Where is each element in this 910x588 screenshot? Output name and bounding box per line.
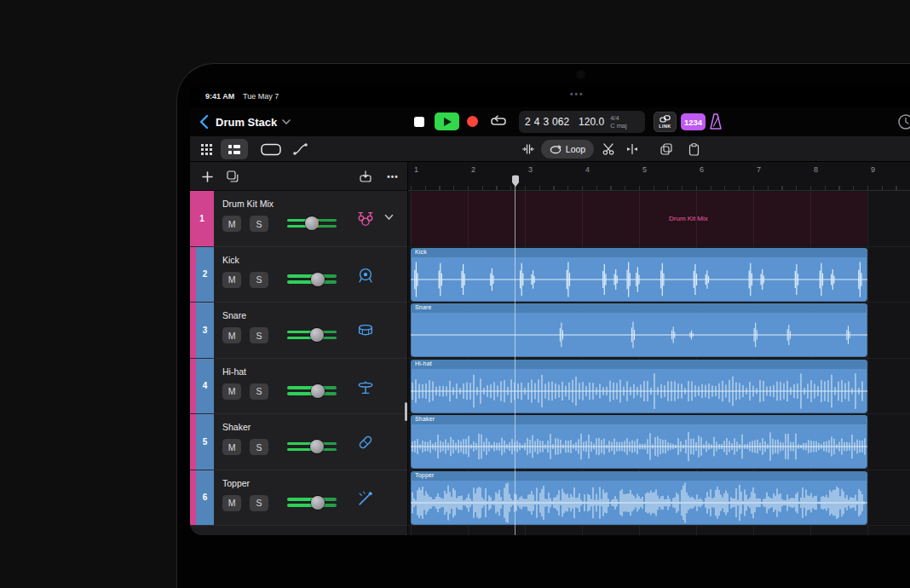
track-number-tab[interactable]: 5 — [190, 414, 214, 470]
volume-knob[interactable] — [311, 273, 325, 286]
track-row[interactable]: 6 Topper M S — [190, 470, 407, 527]
track-row[interactable]: 5 Shaker M S — [190, 414, 407, 470]
bar-ruler[interactable]: 1 2 3 4 5 6 7 8 9 — [408, 162, 910, 191]
mute-button[interactable]: M — [222, 272, 241, 288]
snare-drum-icon[interactable] — [356, 321, 375, 340]
region-icon — [261, 143, 281, 156]
paste-button[interactable] — [682, 139, 705, 159]
track-number-tab[interactable]: 6 — [190, 470, 214, 526]
lcd-bar: 2 — [525, 116, 531, 128]
more-button[interactable]: ••• — [381, 166, 405, 187]
track-stack-button[interactable] — [222, 166, 243, 187]
playhead[interactable] — [515, 176, 515, 535]
track-row[interactable]: 4 Hi-hat M S — [190, 359, 407, 415]
loop-icon — [550, 145, 562, 154]
count-in-button[interactable]: 1234 — [681, 113, 706, 130]
track-name: Shaker — [222, 422, 251, 432]
audio-region[interactable]: Hi-hat — [411, 360, 867, 413]
volume-slider[interactable] — [287, 273, 337, 286]
volume-slider[interactable] — [287, 328, 337, 342]
audio-region[interactable]: Kick — [411, 248, 867, 302]
copy-button[interactable] — [655, 139, 677, 159]
volume-slider[interactable] — [287, 216, 337, 230]
shaker-icon[interactable] — [356, 433, 375, 452]
track-name: Kick — [222, 255, 239, 265]
volume-slider[interactable] — [287, 440, 337, 453]
audio-region[interactable]: Topper — [411, 471, 867, 525]
track-lane: Shaker — [408, 414, 910, 470]
mute-button[interactable]: M — [222, 439, 241, 455]
bar-number: 6 — [700, 165, 704, 174]
join-regions-button[interactable] — [517, 139, 539, 159]
volume-knob[interactable] — [310, 328, 324, 342]
hi-hat-icon[interactable] — [356, 378, 375, 396]
waveform — [411, 424, 867, 469]
mute-button[interactable]: M — [222, 383, 241, 400]
stop-button[interactable] — [414, 117, 424, 127]
playhead-handle[interactable] — [511, 175, 520, 187]
chevron-left-icon — [201, 116, 207, 128]
cycle-button[interactable] — [490, 115, 507, 129]
track-lane: Hi-hat — [408, 359, 910, 415]
drum-kit-icon[interactable] — [356, 210, 375, 228]
play-button[interactable] — [435, 112, 459, 130]
back-button[interactable] — [197, 113, 214, 130]
track-number-tab[interactable]: 2 — [190, 247, 214, 303]
audio-region[interactable]: Snare — [411, 303, 867, 357]
bar-number: 5 — [642, 165, 647, 174]
record-button[interactable] — [467, 116, 478, 127]
track-number-tab[interactable]: 4 — [190, 359, 214, 414]
lcd-tempo: 120.0 — [579, 116, 604, 128]
panel-resize-handle[interactable] — [405, 402, 407, 421]
plus-icon — [202, 171, 213, 182]
bar-number: 3 — [528, 165, 533, 174]
solo-button[interactable]: S — [250, 495, 268, 511]
audio-region[interactable]: Shaker — [411, 415, 867, 469]
project-settings-button[interactable] — [897, 113, 910, 130]
chevron-down-icon — [384, 214, 394, 221]
page-title: Drum Stack — [216, 116, 277, 129]
track-lane: Topper — [408, 470, 910, 527]
track-lane: Drum Kit Mix — [408, 191, 910, 247]
solo-button[interactable]: S — [250, 272, 268, 288]
track-row[interactable]: 3 Snare M S — [190, 303, 407, 359]
track-number-tab[interactable]: 1 — [190, 191, 214, 246]
mute-button[interactable]: M — [222, 327, 241, 343]
loop-toggle-button[interactable]: Loop — [541, 140, 594, 159]
volume-slider[interactable] — [287, 496, 337, 510]
link-button[interactable]: LINK — [654, 112, 677, 132]
add-region-button[interactable] — [355, 166, 376, 187]
solo-button[interactable]: S — [250, 383, 268, 400]
track-row[interactable]: 1 Drum Kit Mix M S — [190, 191, 407, 247]
track-number-tab[interactable]: 3 — [190, 303, 214, 358]
volume-knob[interactable] — [310, 440, 324, 453]
regions-view-button[interactable] — [256, 139, 285, 159]
tracks-view-button[interactable] — [221, 139, 248, 159]
mute-button[interactable]: M — [222, 216, 241, 232]
automation-button[interactable] — [287, 139, 313, 159]
track-name: Snare — [222, 310, 246, 320]
track-name: Topper — [222, 478, 250, 488]
bar-number: 8 — [814, 165, 818, 174]
volume-knob[interactable] — [311, 384, 325, 398]
metronome-button[interactable] — [709, 112, 723, 130]
drumstick-icon[interactable] — [356, 489, 375, 508]
kick-drum-icon[interactable] — [356, 266, 375, 285]
stack-summary-region[interactable]: Drum Kit Mix — [411, 192, 867, 245]
split-button[interactable] — [597, 139, 619, 159]
track-row[interactable]: 2 Kick M S — [190, 247, 407, 303]
volume-knob[interactable] — [311, 496, 325, 510]
solo-button[interactable]: S — [250, 439, 268, 455]
add-track-button[interactable] — [197, 166, 217, 187]
volume-knob[interactable] — [305, 216, 319, 230]
mute-button[interactable]: M — [222, 495, 241, 511]
multitask-dots[interactable]: ••• — [570, 89, 585, 99]
grid-view-button[interactable] — [193, 139, 219, 159]
lcd-display[interactable]: 2 4 3 062 120.0 4/4 C maj — [519, 111, 645, 133]
volume-slider[interactable] — [287, 384, 337, 398]
split-at-playhead-button[interactable] — [621, 139, 643, 159]
solo-button[interactable]: S — [250, 216, 268, 232]
solo-button[interactable]: S — [250, 327, 268, 343]
stack-disclosure-button[interactable] — [384, 214, 394, 221]
project-title-button[interactable]: Drum Stack — [216, 114, 291, 130]
